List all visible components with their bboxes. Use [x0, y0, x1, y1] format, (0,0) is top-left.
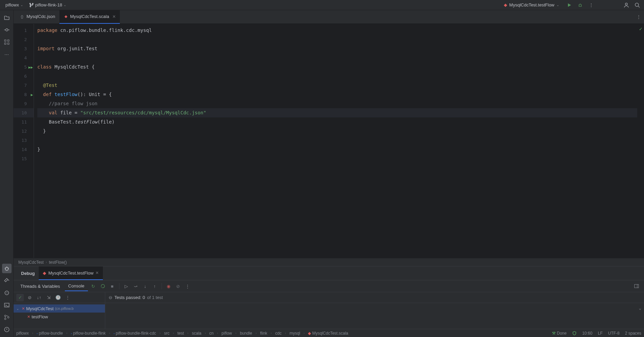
breadcrumb-segment[interactable]: ◆ MysqlCdcTest.scala — [308, 331, 348, 336]
chevron-right-icon: › — [217, 331, 218, 335]
build-status[interactable]: ⚒ Done — [552, 331, 567, 336]
editor-tab[interactable]: {}MysqlCdc.json — [16, 10, 59, 24]
breadcrumb-segment[interactable]: scala — [192, 331, 201, 336]
view-breakpoints-button[interactable]: ◉ — [165, 282, 173, 290]
console-tab[interactable]: Console — [65, 281, 88, 291]
module-icon: ▫ — [37, 332, 38, 335]
show-ignored-button[interactable]: ⊘ — [26, 294, 33, 301]
breadcrumb-segment[interactable]: mysql — [290, 331, 300, 336]
editor-marks: ✓ — [637, 24, 644, 258]
breadcrumb-segment[interactable]: bundle — [240, 331, 252, 336]
chevron-right-icon: › — [187, 331, 188, 335]
stop-button[interactable]: ■ — [108, 282, 116, 290]
more-menu[interactable]: ⋮ — [588, 2, 594, 8]
breadcrumb-segment[interactable]: piflowx — [16, 331, 29, 336]
search-icon[interactable] — [634, 2, 641, 8]
chevron-right-icon: › — [271, 331, 272, 335]
inspection-shield[interactable] — [572, 331, 577, 336]
test-tree-parent[interactable]: ⌄ ✕ MysqlCdcTest (cn.piflow.b — [14, 304, 105, 313]
line-separator[interactable]: LF — [598, 331, 603, 336]
json-icon: {} — [20, 14, 24, 19]
module-icon: ▫ — [114, 332, 115, 335]
test-more-button[interactable]: ⋮ — [64, 294, 71, 301]
indent[interactable]: 2 spaces — [625, 331, 641, 336]
debug-tool-icon[interactable] — [2, 264, 12, 273]
problems-tool-icon[interactable] — [2, 325, 12, 334]
debug-run-tab[interactable]: ◆ MysqlCdcTest.testFlow ✕ — [39, 266, 103, 280]
close-icon[interactable]: ✕ — [112, 14, 116, 19]
breadcrumb-segment[interactable]: ▫ piflow-bundle-flink — [71, 331, 106, 336]
scala-icon: ◆ — [504, 2, 507, 7]
step-out-button[interactable]: ↑ — [151, 282, 159, 290]
branch-selector[interactable]: piflow-flink-18 ⌄ — [26, 2, 69, 8]
scala-icon: ◆ — [63, 14, 68, 19]
nav-breadcrumb[interactable]: piflowx›▫ piflow-bundle›▫ piflow-bundle-… — [16, 331, 348, 336]
project-tool-icon[interactable] — [2, 13, 12, 22]
breadcrumb-segment[interactable]: ▫ piflow-bundle-flink-cdc — [114, 331, 156, 336]
module-icon: ▫ — [71, 332, 72, 335]
svg-point-1 — [625, 3, 627, 5]
threads-tab[interactable]: Threads & Variables — [17, 282, 63, 291]
scroll-down-icon[interactable]: ⌄ — [639, 306, 641, 311]
run-button[interactable] — [566, 2, 573, 8]
breadcrumb-method[interactable]: testFlow() — [49, 260, 67, 265]
account-icon[interactable] — [623, 2, 630, 8]
debug-panel: Debug ◆ MysqlCdcTest.testFlow ✕ Threads … — [14, 266, 644, 329]
run-gutter-icon[interactable]: ▶ — [31, 90, 33, 99]
tabs-menu-icon[interactable]: ⋮ — [635, 14, 642, 20]
expand-arrow-icon[interactable]: ⌄ — [16, 307, 20, 311]
breadcrumb-segment[interactable]: test — [178, 331, 184, 336]
chevron-right-icon: › — [66, 331, 67, 335]
scala-icon: ◆ — [43, 270, 46, 276]
breadcrumb-segment[interactable]: cdc — [275, 331, 282, 336]
editor-tab[interactable]: ◆MysqlCdcTest.scala✕ — [59, 10, 120, 24]
debug-button[interactable] — [577, 2, 584, 8]
code-content[interactable]: package cn.piflow.bundle.flink.cdc.mysql… — [34, 24, 637, 258]
debug-tab[interactable]: Debug — [17, 266, 39, 280]
vcs-tool-icon[interactable] — [2, 313, 12, 322]
inspection-ok-icon[interactable]: ✓ — [637, 26, 644, 32]
layout-button[interactable] — [632, 282, 641, 290]
history-button[interactable]: 🕐 — [54, 294, 62, 301]
terminal-tool-icon[interactable] — [2, 300, 12, 310]
chevron-down-icon: ⌄ — [20, 3, 23, 7]
step-over-button[interactable]: ⤻ — [132, 282, 140, 290]
resume-button[interactable]: ▷ — [122, 282, 130, 290]
breadcrumb-segment[interactable]: cn — [209, 331, 214, 336]
run-gutter-icon[interactable]: ▶▶ — [29, 62, 33, 72]
more-tools-icon[interactable]: ⋯ — [2, 50, 12, 59]
expand-button[interactable]: ⇲ — [45, 294, 52, 301]
chevron-right-icon: › — [303, 331, 305, 335]
build-tool-icon[interactable] — [2, 276, 12, 285]
breadcrumb-segment[interactable]: flink — [260, 331, 267, 336]
show-passed-button[interactable]: ✓ — [16, 294, 24, 301]
services-tool-icon[interactable] — [2, 288, 12, 298]
close-icon[interactable]: ✕ — [95, 270, 99, 275]
breadcrumb-segment[interactable]: piflow — [222, 331, 232, 336]
commit-tool-icon[interactable] — [2, 25, 12, 35]
test-tree-child[interactable]: ✕ testFlow — [14, 313, 105, 321]
chevron-right-icon: › — [160, 331, 161, 335]
cursor-position[interactable]: 10:60 — [582, 331, 592, 336]
breadcrumb-segment[interactable]: src — [164, 331, 169, 336]
test-status: ⊖ Tests passed: 0 of 1 test — [105, 292, 644, 303]
more-debug-button[interactable]: ⋮ — [184, 282, 192, 290]
project-selector[interactable]: piflowx ⌄ — [3, 2, 25, 8]
rerun-failed-button[interactable] — [99, 282, 107, 290]
encoding[interactable]: UTF-8 — [608, 331, 620, 336]
step-into-button[interactable]: ↓ — [141, 282, 149, 290]
rerun-button[interactable]: ↻ — [89, 282, 97, 290]
left-tool-rail: ⋯ — [0, 10, 14, 337]
code-editor[interactable]: 12345▶▶678▶9101112131415 package cn.pifl… — [14, 24, 644, 258]
test-tree[interactable]: ⌄ ✕ MysqlCdcTest (cn.piflow.b ✕ testFlow — [14, 303, 105, 329]
breadcrumb-segment[interactable]: ▫ piflow-bundle — [37, 331, 63, 336]
run-config-selector[interactable]: ◆ MysqlCdcTest.testFlow ⌄ — [501, 2, 562, 8]
editor-breadcrumb: MysqlCdcTest › testFlow() — [14, 258, 644, 266]
test-filter-bar: ✓ ⊘ ↓↑ ⇲ 🕐 ⋮ — [14, 292, 105, 303]
branch-icon — [29, 3, 34, 7]
test-output[interactable]: ⌄ — [105, 303, 644, 329]
breadcrumb-class[interactable]: MysqlCdcTest — [18, 260, 44, 265]
structure-tool-icon[interactable] — [2, 37, 12, 47]
sort-button[interactable]: ↓↑ — [35, 294, 43, 301]
mute-breakpoints-button[interactable]: ⊘ — [174, 282, 182, 290]
